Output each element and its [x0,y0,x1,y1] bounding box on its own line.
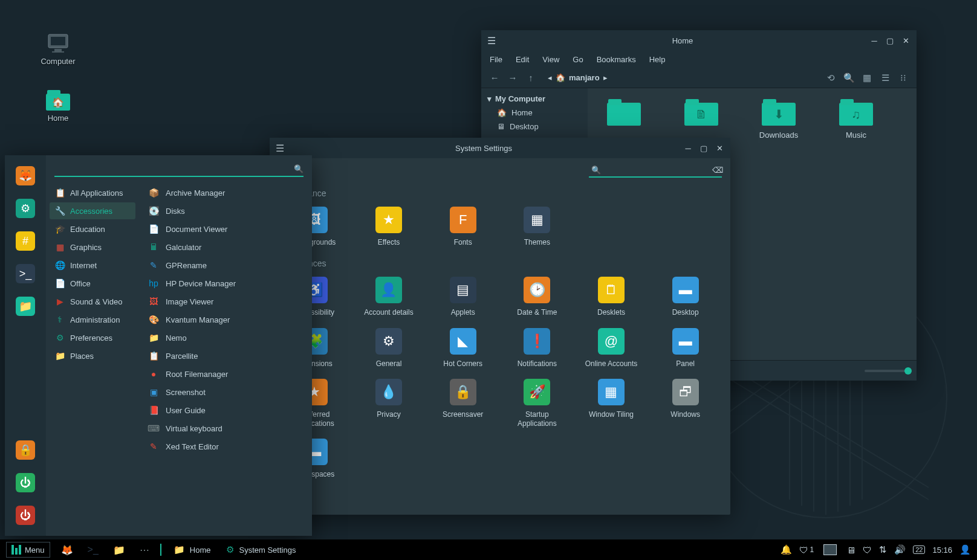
settings-effects[interactable]: ★Effects [355,207,423,246]
app-nemo[interactable]: 📁Nemo [143,329,308,346]
app-xed-text-editor[interactable]: ✎Xed Text Editor [143,438,308,455]
network-icon[interactable]: ⇅ [879,544,887,555]
settings-desktop[interactable]: ▬Desktop [651,277,719,317]
minimize-button[interactable]: ─ [683,143,693,153]
favorite-notes[interactable]: # [16,231,35,251]
favorite-firefox[interactable]: 🦊 [16,166,35,185]
folder-downloads[interactable]: ⬇Downloads [752,99,805,140]
favorite-files[interactable]: 📁 [16,297,35,316]
settings-startup-applications[interactable]: 🚀Startup Applications [503,379,571,428]
app-galculator[interactable]: 🖩Galculator [143,239,308,256]
path-user[interactable]: manjaro [569,73,600,82]
clock[interactable]: 15:16 [932,546,952,555]
close-button[interactable]: ✕ [901,36,910,45]
app-user-guide[interactable]: 📕User Guide [143,402,308,419]
category-internet[interactable]: 🌐Internet [50,257,135,274]
app-kvantum-manager[interactable]: 🎨Kvantum Manager [143,311,308,328]
update-icon[interactable]: 🛡1 [799,545,814,555]
task-home[interactable]: 📁Home [167,542,217,558]
launcher-firefox[interactable]: 🦊 [56,542,78,558]
up-button[interactable]: ↑ [524,71,538,85]
app-root-filemanager[interactable]: ●Root Filemanager [143,365,308,382]
favorite-terminal[interactable]: >_ [16,264,35,283]
settings-fonts[interactable]: FFonts [429,207,497,246]
menu-search[interactable]: 🔍 [54,161,303,177]
folder-item[interactable]: 🗎 [675,99,728,140]
menu-bookmarks[interactable]: Bookmarks [597,55,636,64]
app-document-viewer[interactable]: 📄Document Viewer [143,220,308,237]
category-office[interactable]: 📄Office [50,275,135,292]
back-button[interactable]: ← [487,71,502,85]
app-hp-device-manager[interactable]: hpHP Device Manager [143,275,308,292]
settings-search[interactable]: 🔍 ⌫ [589,163,722,178]
maximize-button[interactable]: ▢ [699,143,709,153]
category-sound-video[interactable]: ▶Sound & Video [50,293,135,310]
app-gprename[interactable]: ✎GPRename [143,257,308,274]
settings-search-input[interactable] [605,165,709,175]
system-settings-titlebar[interactable]: ☰ System Settings ─ ▢ ✕ [270,138,730,158]
app-disks[interactable]: 💽Disks [143,202,308,219]
settings-privacy[interactable]: 💧Privacy [355,379,423,428]
sidebar-item-desktop[interactable]: 🖥Desktop [481,120,588,134]
folder-music[interactable]: ♫Music [829,99,883,140]
list-view-button[interactable]: ☰ [878,71,892,85]
favorite-shutdown[interactable]: ⏻ [16,506,35,525]
refresh-button[interactable]: ⟲ [823,71,838,85]
menu-go[interactable]: Go [573,55,583,64]
settings-date-time[interactable]: 🕑Date & Time [503,277,571,317]
favorite-logout[interactable]: ⏻ [16,473,35,492]
menu-search-input[interactable] [54,164,290,173]
favorite-settings[interactable]: ⚙ [16,199,35,218]
launcher-files[interactable]: 📁 [108,542,130,558]
settings-screensaver[interactable]: 🔒Screensaver [429,379,497,428]
settings-desklets[interactable]: 🗒Desklets [577,277,646,317]
desktop-icon-home[interactable]: 🏠 Home [29,89,87,123]
sidebar-item-home[interactable]: 🏠Home [481,106,588,120]
search-button[interactable]: 🔍 [842,71,856,85]
minimize-button[interactable]: ─ [869,36,879,45]
path-bar[interactable]: ◂ 🏠 manjaro ▸ [548,73,608,82]
forward-button[interactable]: → [505,71,520,85]
maximize-button[interactable]: ▢ [885,36,895,45]
app-screenshot[interactable]: ▣Screenshot [143,384,308,401]
volume-icon[interactable]: 🔊 [894,544,906,555]
settings-themes[interactable]: ▦Themes [503,207,571,246]
launcher-terminal[interactable]: >_ [83,542,103,558]
settings-hot-corners[interactable]: ◣Hot Corners [429,328,497,368]
menu-view[interactable]: View [542,55,559,64]
settings-window-tiling[interactable]: ▦Window Tiling [577,379,646,428]
folder-item[interactable] [597,99,651,140]
category-education[interactable]: 🎓Education [50,220,135,237]
settings-notifications[interactable]: ❗Notifications [503,328,571,368]
category-places[interactable]: 📁Places [50,347,135,364]
settings-applets[interactable]: ▤Applets [429,277,497,317]
app-virtual-keyboard[interactable]: ⌨Virtual keyboard [143,420,308,437]
clear-icon[interactable]: ⌫ [712,166,723,175]
category-administration[interactable]: ⚕Administration [50,311,135,328]
workspace-switcher[interactable] [821,544,839,555]
user-icon[interactable]: 👤 [959,544,971,555]
security-icon[interactable]: 🛡 [863,545,872,555]
favorite-lock[interactable]: 🔒 [16,440,35,460]
settings-online-accounts[interactable]: @Online Accounts [577,328,646,368]
sidebar-header[interactable]: ▾ My Computer [481,92,588,106]
icon-view-button[interactable]: ▦ [860,71,874,85]
hamburger-icon[interactable]: ☰ [276,143,284,154]
category-accessories[interactable]: 🔧Accessories [50,202,135,219]
launcher-overflow[interactable]: ⋯ [135,542,154,558]
menu-file[interactable]: File [490,55,502,64]
category-all-applications[interactable]: 📋All Applications [50,184,135,201]
menu-button[interactable]: Menu [6,542,50,558]
close-button[interactable]: ✕ [715,143,724,153]
hamburger-icon[interactable]: ☰ [487,35,496,47]
notification-icon[interactable]: 🔔 [781,544,792,555]
app-archive-manager[interactable]: 📦Archive Manager [143,184,308,201]
display-icon[interactable]: 🖥 [846,545,855,555]
menu-help[interactable]: Help [649,55,666,64]
settings-general[interactable]: ⚙General [355,328,423,368]
category-preferences[interactable]: ⚙Preferences [50,329,135,346]
settings-windows[interactable]: 🗗Windows [651,379,719,428]
battery-icon[interactable]: 22 [913,546,925,554]
task-system-settings[interactable]: ⚙System Settings [220,542,302,558]
app-image-viewer[interactable]: 🖼Image Viewer [143,293,308,310]
